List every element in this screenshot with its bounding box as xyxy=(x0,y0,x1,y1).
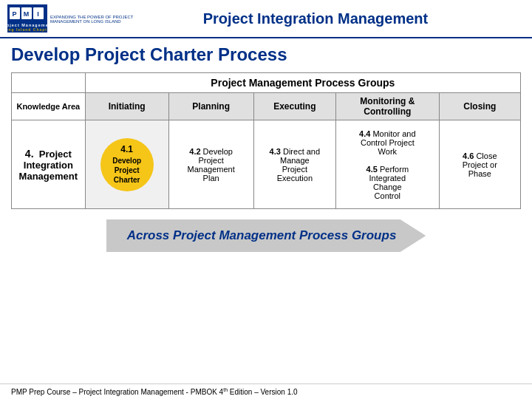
process-groups-header: Project Management Process Groups xyxy=(85,73,520,93)
planning-cell: 4.2 DevelopProjectManagementPlan xyxy=(168,120,253,209)
initiating-number: 4.1 xyxy=(120,144,133,156)
page-header: P M I Project Management Long Island Cha… xyxy=(0,0,532,38)
initiating-title: DevelopProjectCharter xyxy=(112,156,141,185)
executing-text: 4.3 Direct andManageProjectExecution xyxy=(270,147,321,183)
executing-cell: 4.3 Direct andManageProjectExecution xyxy=(253,120,335,209)
svg-text:M: M xyxy=(24,10,30,18)
col-header-executing: Executing xyxy=(253,93,335,120)
svg-text:I: I xyxy=(37,10,40,18)
col-header-initiating: Initiating xyxy=(85,93,168,120)
empty-header-cell xyxy=(12,73,86,93)
expanding-tagline: EXPANDING THE POWER OF PROJECT MANAGEMEN… xyxy=(50,15,146,24)
arrow-label: Across Project Management Process Groups xyxy=(127,228,397,242)
process-groups-arrow: Across Project Management Process Groups xyxy=(106,219,426,252)
top-header-row: Project Management Process Groups xyxy=(12,73,521,93)
knowledge-area-cell: 4. ProjectIntegrationManagement xyxy=(12,120,86,209)
closing-cell: 4.6 CloseProject orPhase xyxy=(439,120,520,209)
footer: PMP Prep Course – Project Integration Ma… xyxy=(0,383,532,399)
planning-text: 4.2 DevelopProjectManagementPlan xyxy=(188,147,235,183)
header-title: Project Integration Management xyxy=(146,10,525,27)
process-table: Project Management Process Groups Knowle… xyxy=(11,72,521,209)
initiating-highlight: 4.1 DevelopProjectCharter xyxy=(100,138,154,191)
arrow-area: Across Project Management Process Groups xyxy=(0,212,532,256)
col-header-planning: Planning xyxy=(168,93,253,120)
col-header-row: Knowledge Area Initiating Planning Execu… xyxy=(12,93,521,120)
logo-text-area: EXPANDING THE POWER OF PROJECT MANAGEMEN… xyxy=(50,13,146,24)
footer-text: PMP Prep Course – Project Integration Ma… xyxy=(11,388,298,396)
area-number: 4. xyxy=(25,148,34,160)
logo-box: P M I Project Management Long Island Cha… xyxy=(7,4,146,33)
main-content: Project Management Process Groups Knowle… xyxy=(0,69,532,212)
initiating-cell: 4.1 DevelopProjectCharter xyxy=(85,120,168,209)
table-row: 4. ProjectIntegrationManagement 4.1 Deve… xyxy=(12,120,521,209)
closing-text: 4.6 CloseProject orPhase xyxy=(463,151,497,178)
col-header-closing: Closing xyxy=(439,93,520,120)
monitoring-cell: 4.4 Monitor andControl ProjectWork 4.5 P… xyxy=(336,120,440,209)
page-title: Develop Project Charter Process xyxy=(0,38,532,69)
pmi-logo: P M I Project Management Long Island Cha… xyxy=(7,4,47,33)
monitoring-text: 4.4 Monitor andControl ProjectWork 4.5 P… xyxy=(359,129,415,200)
knowledge-area-col-header: Knowledge Area xyxy=(12,93,86,120)
logo-area: P M I Project Management Long Island Cha… xyxy=(7,4,146,33)
col-header-monitoring: Monitoring & Controlling xyxy=(336,93,440,120)
svg-text:Long Island Chapter: Long Island Chapter xyxy=(7,27,47,32)
svg-text:P: P xyxy=(12,10,17,18)
